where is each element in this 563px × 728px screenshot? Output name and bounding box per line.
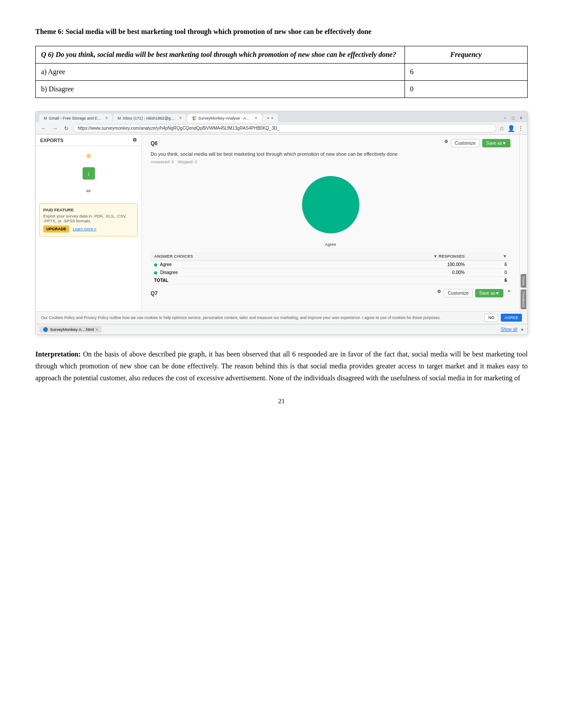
question-number: Q6 (151, 140, 158, 146)
paid-feature-box: PAID FEATURE Export your survey data in … (39, 203, 138, 236)
question-text: Do you think, social media will be best … (151, 151, 510, 158)
browser-tab[interactable]: M Inbox (171) - nitish1862@gma × × (113, 114, 186, 122)
answer-pct-cell: 100.00% (324, 261, 469, 269)
question-header: Q6 ⚙ Customize Save as▼ (151, 139, 510, 147)
tab-label: SurveyMonkey-Analyse - Analsi × (198, 116, 251, 120)
back-button[interactable]: ← (39, 124, 48, 132)
menu-icon[interactable]: ⋮ (518, 125, 524, 132)
table-question-header: Q 6) Do you think, social media will be … (36, 46, 405, 64)
sidebar-settings-icon[interactable]: ⚙ (132, 137, 137, 143)
customize-button[interactable]: Customize (451, 139, 480, 147)
svg-point-0 (302, 176, 359, 233)
answer-label-cell: Agree (151, 261, 324, 269)
browser-body: EXPORTS ⚙ ⊕ ↓ ✏ PAID FEATURE Export your… (36, 135, 527, 311)
tab-favicon: 🐒 (192, 116, 196, 120)
browser-tabbar: 🔵 SurveyMonkey A....html × Show all × (36, 324, 527, 334)
sidebar-edit-icon[interactable]: ✏ (83, 185, 95, 197)
share-tab[interactable]: Share (521, 274, 526, 288)
answer-dot (154, 263, 157, 266)
profile-icon[interactable]: 👤 (507, 125, 515, 132)
next-question-label: Q7 (151, 290, 158, 296)
browser-tab[interactable]: M Gmail - Free Storage and Email × × (39, 114, 112, 122)
interpretation-label: Interpretation: (35, 350, 81, 358)
total-count: 6 (468, 277, 510, 285)
tabbar-close-icon[interactable]: × (521, 327, 524, 332)
learn-more-link[interactable]: Learn more » (73, 227, 97, 231)
next-settings-icon[interactable]: ⚙ (437, 289, 441, 297)
paid-feature-text: Export your survey data in .PDF, .XLS, .… (43, 214, 134, 223)
maximize-button[interactable]: □ (510, 116, 516, 121)
cookie-no-button[interactable]: NO (484, 314, 499, 322)
upgrade-button[interactable]: UPGRADE (43, 225, 69, 233)
tab-label: Gmail - Free Storage and Email × (49, 116, 102, 120)
next-save-button[interactable]: Save as▼ (475, 289, 503, 297)
tab-favicon: M (44, 116, 47, 120)
survey-main: Q6 ⚙ Customize Save as▼ Do you think, so… (142, 135, 519, 311)
data-table: Q 6) Do you think, social media will be … (35, 46, 528, 98)
paid-feature-title: PAID FEATURE (43, 207, 134, 212)
question-stats: Answered: 6 Skipped: 0 (151, 159, 510, 164)
browser-tab[interactable]: + + (263, 114, 278, 122)
table-frequency-cell: 0 (404, 81, 528, 98)
minimize-button[interactable]: − (503, 116, 508, 121)
answer-pct-cell: 0.00% (324, 269, 469, 277)
show-all-link[interactable]: Show all (501, 327, 518, 332)
pie-chart-area: Agree (151, 169, 510, 247)
feedback-tab[interactable]: Feedback (521, 289, 526, 309)
table-row: a) Agree 6 (36, 64, 528, 81)
browser-bottom-right: Show all × (501, 327, 524, 332)
next-question-actions: ⚙ Customize Save as▼ ^ (437, 289, 510, 297)
cookie-bar: Our Cookies Policy and Privacy Policy ou… (36, 311, 527, 324)
sidebar-home-icon[interactable]: ⊕ (83, 150, 95, 162)
bottom-tab[interactable]: 🔵 SurveyMonkey A....html × (39, 326, 102, 333)
table-frequency-cell: 6 (404, 64, 528, 81)
next-customize-button[interactable]: Customize (444, 289, 472, 297)
window-controls: − □ × (503, 116, 524, 121)
sidebar-icons: ⊕ ↓ ✏ (36, 146, 141, 201)
answer-count-cell: 6 (468, 261, 510, 269)
page-number: 21 (35, 398, 528, 405)
bottom-tab-label: SurveyMonkey A....html (50, 327, 94, 332)
browser-chrome: M Gmail - Free Storage and Email × ×M In… (36, 112, 527, 135)
bottom-tab-close-icon[interactable]: × (96, 327, 98, 332)
sidebar-download-icon[interactable]: ↓ (83, 167, 95, 180)
interpretation-text: On the basis of above described pie grap… (35, 350, 528, 382)
sidebar-top: EXPORTS ⚙ (36, 135, 141, 146)
answer-total-row: TOTAL 6 (151, 277, 510, 285)
tab-close-icon[interactable]: × (179, 116, 182, 120)
cookie-agree-button[interactable]: AGREE (501, 314, 522, 322)
pie-agree-label: Agree (325, 242, 336, 247)
browser-right-area: Share Feedback (519, 135, 527, 311)
answer-choices-header: ANSWER CHOICES (151, 252, 324, 261)
theme-heading: Theme 6: Social media will be best marke… (35, 26, 528, 37)
bookmark-icon[interactable]: ☆ (499, 125, 505, 132)
browser-titlebar: M Gmail - Free Storage and Email × ×M In… (36, 112, 527, 122)
tab-close-icon[interactable]: × (255, 116, 257, 120)
forward-button[interactable]: → (51, 124, 60, 132)
tab-favicon: M (117, 116, 121, 120)
address-bar[interactable]: https://www.surveymonkey.com/analyze/y/h… (73, 124, 496, 132)
settings-icon[interactable]: ⚙ (444, 139, 448, 147)
pie-chart (295, 169, 366, 240)
reload-button[interactable]: ↻ (62, 124, 70, 132)
expand-icon[interactable]: ^ (508, 289, 510, 297)
close-button[interactable]: × (518, 116, 524, 121)
total-label: TOTAL (151, 277, 324, 285)
cookie-buttons: NO AGREE (484, 314, 522, 322)
browser-container: M Gmail - Free Storage and Email × ×M In… (35, 111, 528, 335)
responses-header: ▼ RESPONSES (324, 252, 469, 261)
table-row: b) Disagree 0 (36, 81, 528, 98)
responses-col3: ▼ (468, 252, 510, 261)
total-pct (324, 277, 469, 285)
table-option-cell: a) Agree (36, 64, 405, 81)
tab-favicon: + (267, 116, 269, 120)
question-actions: ⚙ Customize Save as▼ (444, 139, 510, 147)
sidebar-exports-label: EXPORTS (40, 138, 64, 143)
answer-label-cell: Disagree (151, 269, 324, 277)
tab-close-icon[interactable]: × (106, 116, 108, 120)
browser-tab[interactable]: 🐒 SurveyMonkey-Analyse - Analsi × × (187, 114, 262, 122)
tab-label: + (271, 116, 273, 120)
browser-addressbar: ← → ↻ https://www.surveymonkey.com/analy… (36, 122, 527, 134)
next-question-row: Q7 ⚙ Customize Save as▼ ^ (151, 289, 510, 297)
save-button[interactable]: Save as▼ (482, 139, 510, 147)
